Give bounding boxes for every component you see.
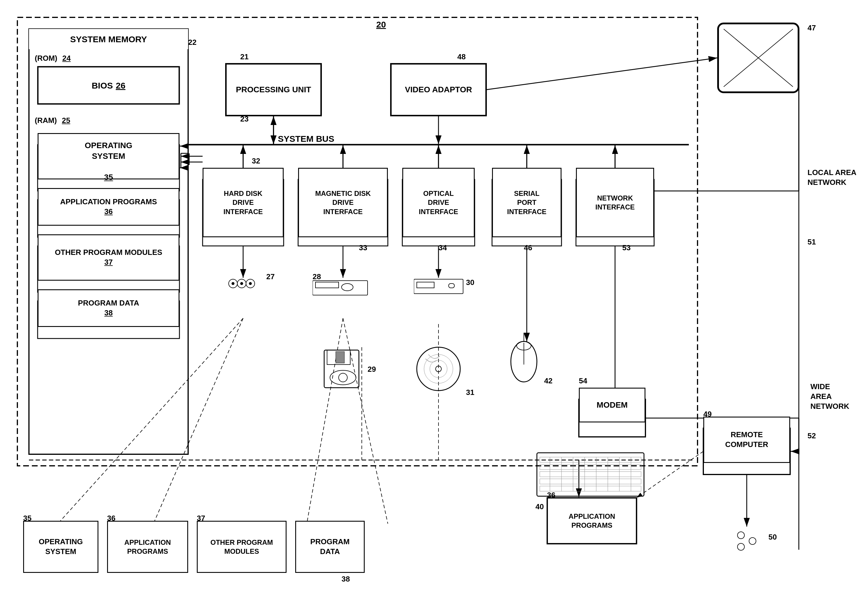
keyboard-num-label: 40 (535, 502, 544, 512)
svg-rect-81 (417, 282, 434, 288)
svg-line-41 (58, 318, 243, 524)
remote-computer-box: REMOTECOMPUTER (703, 417, 790, 463)
monitor-display (718, 23, 799, 93)
svg-rect-101 (540, 486, 641, 491)
od-num-label: 34 (439, 243, 447, 253)
svg-point-74 (240, 282, 243, 285)
keyboard-board (535, 451, 645, 498)
serial-port-interface-box: SERIALPORTINTERFACE (492, 168, 561, 237)
hd-device-num-label: 27 (266, 272, 275, 282)
network-interface-box: NETWORKINTERFACE (576, 168, 654, 237)
svg-point-76 (249, 282, 252, 285)
app-programs-box: APPLICATION PROGRAMS 36 (38, 188, 180, 226)
floppy-diskette (321, 347, 365, 390)
label-52: 52 (808, 431, 816, 441)
hard-disk-interface-box: HARD DISKDRIVEINTERFACE (203, 168, 284, 237)
md-num-label: 33 (359, 243, 367, 253)
label-51: 51 (808, 237, 816, 247)
optical-disc (414, 344, 463, 393)
processing-unit-box: PROCESSING UNIT (226, 63, 321, 116)
ram-label: (RAM) 25 (35, 116, 70, 125)
app-programs-bottom-right: APPLICATIONPROGRAMS (547, 498, 637, 544)
monitor-num-label: 47 (808, 23, 816, 33)
floppy-num-label: 28 (313, 272, 321, 282)
ap-bottom-box: APPLICATIONPROGRAMS (107, 521, 188, 573)
svg-rect-78 (315, 282, 339, 288)
ni-num-label: 53 (622, 243, 631, 253)
label-22: 22 (188, 38, 197, 48)
svg-line-42 (153, 318, 243, 524)
svg-point-111 (738, 544, 744, 550)
mouse-device (507, 333, 541, 385)
svg-rect-85 (336, 352, 344, 363)
system-bus-label: SYSTEM BUS (278, 133, 334, 144)
system-memory-label: SYSTEM MEMORY (29, 29, 188, 49)
svg-point-110 (738, 532, 744, 539)
hd-num-label: 32 (252, 156, 260, 166)
opm-bottom-num: 37 (197, 514, 205, 523)
os-bottom-box: OPERATINGSYSTEM (23, 521, 98, 573)
diagram: SYSTEM MEMORY (ROM) 24 BIOS 26 (RAM) 25 … (0, 0, 868, 607)
disc-num-label: 31 (466, 388, 474, 398)
video-adaptor-box: VIDEO ADAPTOR (391, 63, 486, 116)
magnetic-disk-interface-box: MAGNETIC DISKDRIVEINTERFACE (298, 168, 388, 237)
sb-num-label: 23 (240, 114, 249, 124)
diskette-num-label: 29 (367, 365, 376, 375)
svg-rect-99 (540, 472, 641, 477)
device-50-num-label: 50 (769, 533, 777, 542)
bios-box: BIOS 26 (38, 67, 180, 104)
svg-point-90 (430, 360, 447, 378)
optical-drive-interface-box: OPTICALDRIVEINTERFACE (402, 168, 475, 237)
modem-box: MODEM (579, 388, 645, 423)
svg-point-87 (339, 373, 347, 382)
hard-disk-device (226, 272, 264, 295)
od-device-num-label: 30 (466, 278, 474, 288)
sp-num-label: 46 (524, 243, 532, 253)
svg-point-91 (436, 366, 442, 372)
svg-rect-100 (540, 479, 641, 484)
svg-rect-79 (341, 283, 353, 291)
svg-rect-86 (330, 370, 356, 385)
svg-rect-98 (540, 465, 641, 469)
pd-bottom-box: PROGRAMDATA (295, 521, 365, 573)
ap-bottom-num: 36 (107, 514, 115, 523)
svg-point-88 (417, 347, 460, 390)
va-num-label: 48 (457, 52, 466, 62)
rc-num-label: 49 (703, 409, 712, 419)
svg-rect-82 (449, 283, 454, 288)
floppy-device (313, 278, 370, 298)
local-area-network-label: LOCAL AREANETWORK (808, 168, 856, 187)
optical-drive-device (414, 278, 466, 295)
label-20: 20 (376, 19, 386, 30)
rom-label: (ROM) 24 (35, 54, 71, 63)
pd-bottom-num: 38 (341, 574, 350, 584)
svg-point-112 (749, 537, 756, 545)
opm-bottom-box: OTHER PROGRAMMODULES (197, 521, 287, 573)
wide-area-network-label: WIDEAREANETWORK (811, 382, 849, 411)
svg-rect-96 (537, 453, 644, 496)
svg-rect-97 (540, 457, 641, 462)
svg-point-72 (231, 282, 234, 285)
device-50 (732, 526, 767, 556)
svg-rect-80 (414, 279, 463, 294)
mouse-num-label: 42 (544, 376, 553, 386)
pu-num-label: 21 (240, 52, 249, 62)
program-data-box: PROGRAM DATA 38 (38, 289, 180, 327)
os-bottom-num: 35 (23, 514, 31, 523)
other-program-modules-box: OTHER PROGRAM MODULES 37 (38, 234, 180, 281)
modem-num-label: 54 (579, 376, 587, 386)
svg-line-53 (637, 451, 703, 498)
svg-point-89 (424, 355, 453, 383)
svg-line-45 (486, 58, 717, 90)
os-box: OPERATING SYSTEM 35 (38, 133, 180, 180)
